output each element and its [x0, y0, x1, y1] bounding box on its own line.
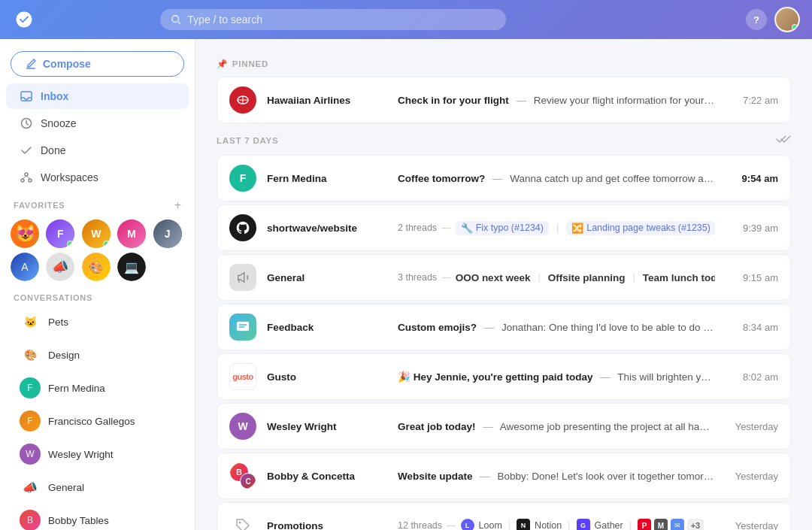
pinned-email-hawaiian[interactable]: Hawaiian Airlines Check in for your flig… — [217, 77, 791, 123]
fern-email-sender: Fern Medina — [267, 173, 387, 184]
email-wesley[interactable]: W Wesley Wright Great job today! — Aweso… — [217, 403, 791, 450]
fern-email-avatar: F — [229, 165, 256, 192]
wesley-preview-text: Awesome job presenting the project at al… — [500, 421, 715, 432]
sidebar-item-bobby[interactable]: B Bobby Tables — [6, 504, 189, 530]
email-promotions[interactable]: Promotions 12 threads — L Loom | N Notio… — [217, 502, 791, 530]
search-placeholder: Type / to search — [187, 14, 262, 26]
snooze-label: Snooze — [41, 117, 76, 129]
fern-label: Fern Medina — [48, 383, 105, 394]
svg-line-1 — [178, 22, 180, 24]
bobby-concetta-preview-text: Bobby: Done! Let's look over it together… — [498, 471, 715, 482]
notion-badge: N — [517, 519, 530, 530]
favorite-avatar-8[interactable]: 🎨 — [82, 253, 111, 281]
hawaiian-time: 7:22 am — [726, 95, 778, 106]
pets-label: Pets — [48, 316, 68, 328]
pinned-label: 📌 Pinned — [217, 59, 268, 69]
general-avatar: 📣 — [20, 477, 41, 498]
user-avatar[interactable] — [774, 7, 800, 32]
m-badge: M — [654, 519, 668, 530]
favorite-avatar-9[interactable]: 💻 — [117, 253, 146, 281]
promotions-preview: 12 threads — L Loom | N Notion | G Gathe… — [398, 519, 715, 530]
favorite-avatar-5[interactable]: J — [153, 220, 182, 248]
sidebar-item-francisco[interactable]: F Francisco Gallegos — [6, 405, 189, 437]
clock-icon — [20, 117, 33, 130]
promotions-sender: Promotions — [267, 520, 387, 531]
sidebar-item-snooze[interactable]: Snooze — [6, 111, 189, 136]
extra-badge: ✉ — [671, 519, 684, 530]
gusto-subject: 🎉 Hey Jennie, you're getting paid today — [398, 371, 593, 383]
mark-all-read-button[interactable] — [776, 134, 791, 147]
gusto-preview: 🎉 Hey Jennie, you're getting paid today … — [398, 371, 715, 383]
design-label: Design — [48, 350, 80, 361]
wesley-email-sender: Wesley Wright — [267, 421, 387, 432]
sidebar-item-general[interactable]: 📣 General — [6, 471, 189, 503]
check-icon — [20, 144, 33, 157]
email-fern[interactable]: F Fern Medina Coffee tomorrow? — Wanna c… — [217, 155, 791, 201]
favorite-avatar-6[interactable]: A — [11, 253, 39, 281]
sidebar-item-wesley[interactable]: W Wesley Wright — [6, 438, 189, 470]
feedback-sender: Feedback — [267, 322, 387, 333]
topbar: Type / to search ? — [0, 0, 812, 39]
bobby-concetta-subject: Website update — [398, 471, 473, 482]
feedback-preview-text: Jonathan: One thing I'd love to be able … — [501, 322, 715, 333]
sidebar-item-pets[interactable]: 🐱 Pets — [6, 306, 189, 338]
svg-line-8 — [23, 176, 26, 179]
fern-time: 9:54 am — [726, 173, 778, 184]
sidebar-item-design[interactable]: 🎨 Design — [6, 339, 189, 371]
sidebar: Compose Inbox Snooze Done — [0, 39, 195, 530]
favorite-avatar-4[interactable]: M — [117, 220, 146, 248]
favorites-grid: 😻 F W M J A 📣 🎨 — [0, 215, 195, 286]
francisco-avatar: F — [20, 410, 41, 432]
wesley-email-avatar: W — [229, 413, 256, 440]
svg-point-7 — [29, 179, 32, 182]
fern-subject: Coffee tomorrow? — [398, 173, 485, 184]
email-gusto[interactable]: gusto Gusto 🎉 Hey Jennie, you're getting… — [217, 353, 791, 400]
svg-line-9 — [26, 176, 30, 179]
more-count-badge: +3 — [687, 519, 704, 530]
feedback-subject: Custom emojis? — [398, 322, 477, 333]
thread-badge-1: 🔧 Fix typo (#1234) — [456, 221, 549, 235]
compose-icon — [25, 58, 37, 70]
email-content: 📌 Pinned Hawaiian Airlines Check in for … — [195, 39, 812, 530]
favorite-avatar-3[interactable]: W — [82, 220, 111, 248]
svg-point-6 — [21, 179, 24, 182]
email-feedback[interactable]: Feedback Custom emojis? — Jonathan: One … — [217, 304, 791, 350]
last7-label: Last 7 Days — [217, 136, 279, 145]
add-favorite-button[interactable]: + — [174, 198, 181, 212]
sidebar-item-inbox[interactable]: Inbox — [6, 83, 189, 109]
email-bobby-concetta[interactable]: B C Bobby & Concetta Website update — Bo… — [217, 453, 791, 499]
favorite-avatar-7[interactable]: 📣 — [46, 253, 74, 281]
sidebar-item-workspaces[interactable]: Workspaces — [6, 165, 189, 190]
francisco-label: Francisco Gallegos — [48, 416, 135, 427]
email-general[interactable]: General 3 threads — OOO next week | Offs… — [217, 254, 791, 301]
compose-button[interactable]: Compose — [11, 51, 184, 77]
gusto-time: 8:02 am — [726, 371, 778, 383]
gusto-avatar: gusto — [229, 363, 256, 390]
email-shortwave[interactable]: shortwave/website 2 threads — 🔧 Fix typo… — [217, 204, 791, 251]
bobby-avatar: B — [20, 510, 41, 530]
conversations-section-header: Conversations — [0, 286, 195, 305]
done-label: Done — [41, 144, 65, 156]
search-icon — [171, 14, 181, 25]
thread-badge-2: 🔀 Landing page tweaks (#1235) — [566, 221, 715, 235]
sidebar-item-done[interactable]: Done — [6, 138, 189, 163]
hawaiian-logo — [229, 86, 256, 114]
pets-avatar: 🐱 — [20, 311, 41, 332]
feedback-icon — [235, 320, 250, 335]
loom-badge: L — [461, 519, 474, 530]
sidebar-item-fern[interactable]: F Fern Medina — [6, 372, 189, 404]
promotions-time: Yesterday — [726, 520, 778, 531]
help-button[interactable]: ? — [746, 9, 767, 30]
wesley-label: Wesley Wright — [48, 449, 114, 460]
pin-icon: 📌 — [217, 59, 228, 69]
bobby-concetta-time: Yesterday — [726, 471, 778, 482]
hawaiian-sender: Hawaiian Airlines — [267, 95, 387, 106]
workspaces-icon — [20, 171, 33, 184]
favorite-avatar-2[interactable]: F — [46, 220, 74, 248]
favorites-section-header: Favorites + — [0, 191, 195, 215]
gather-badge: G — [577, 519, 590, 530]
bobby-concetta-preview: Website update — Bobby: Done! Let's look… — [398, 471, 715, 482]
favorite-avatar-1[interactable]: 😻 — [11, 220, 39, 248]
search-bar[interactable]: Type / to search — [160, 9, 506, 30]
general-threads: 3 threads — OOO next week | Offsite plan… — [398, 272, 715, 283]
